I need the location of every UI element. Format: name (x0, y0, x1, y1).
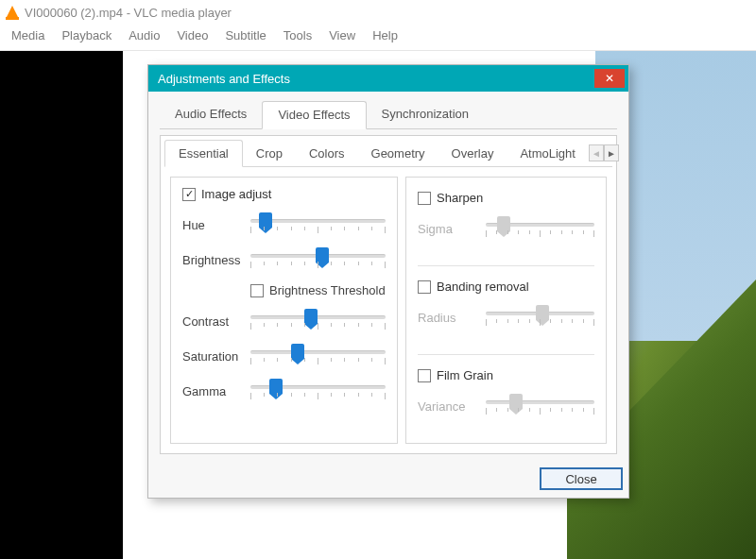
tab-synchronization[interactable]: Synchronization (367, 101, 485, 128)
contrast-label: Contrast (182, 314, 241, 329)
right-effects-panel: Sharpen Sigma (405, 177, 607, 444)
banding-block: Banding removal Radius (418, 276, 594, 355)
image-adjust-panel: Image adjust Hue Brightness (170, 177, 398, 444)
subtab-scroll-left-button[interactable]: ◄ (589, 144, 604, 161)
video-black-bar (0, 51, 123, 559)
radius-slider-row: Radius (418, 306, 594, 329)
banding-checkbox[interactable] (418, 280, 431, 294)
filmgrain-checkbox[interactable] (418, 369, 431, 382)
dialog-titlebar[interactable]: Adjustments and Effects ✕ (148, 65, 628, 92)
variance-label: Variance (418, 399, 476, 414)
image-adjust-label: Image adjust (201, 187, 271, 201)
saturation-slider[interactable] (250, 345, 386, 367)
brightness-threshold-label: Brightness Threshold (269, 283, 386, 297)
dialog-footer: Close (148, 462, 628, 498)
banding-checkbox-row: Banding removal (418, 280, 594, 294)
subtab-overlay[interactable]: Overlay (438, 141, 507, 166)
hue-slider[interactable] (250, 213, 386, 236)
brightness-slider-row: Brightness (182, 248, 386, 271)
video-area: Adjustments and Effects ✕ Audio Effects … (0, 51, 756, 559)
menu-video[interactable]: Video (177, 28, 208, 42)
contrast-slider[interactable] (250, 310, 386, 332)
menu-bar: Media Playback Audio Video Subtitle Tool… (0, 25, 756, 51)
sigma-slider[interactable] (486, 217, 594, 240)
sharpen-checkbox-row: Sharpen (418, 191, 594, 205)
menu-playback[interactable]: Playback (61, 28, 112, 42)
image-adjust-checkbox-row: Image adjust (182, 187, 386, 201)
sharpen-label: Sharpen (437, 191, 483, 205)
brightness-threshold-checkbox[interactable] (250, 284, 264, 297)
tab-audio-effects[interactable]: Audio Effects (160, 101, 262, 128)
banding-label: Banding removal (437, 280, 529, 294)
tab-video-effects[interactable]: Video Effects (262, 101, 366, 129)
brightness-label: Brightness (182, 253, 241, 267)
sigma-label: Sigma (418, 222, 476, 236)
variance-slider[interactable] (486, 395, 594, 417)
menu-view[interactable]: View (329, 28, 355, 42)
gamma-slider-row: Gamma (182, 380, 386, 402)
radius-label: Radius (418, 311, 476, 325)
menu-tools[interactable]: Tools (284, 28, 312, 42)
saturation-label: Saturation (182, 349, 241, 364)
gamma-label: Gamma (182, 384, 241, 398)
app-titlebar: VI000060 (2).mp4 - VLC media player (0, 0, 756, 25)
subtab-essential[interactable]: Essential (164, 140, 243, 167)
saturation-slider-row: Saturation (182, 345, 386, 367)
dialog-close-button[interactable]: ✕ (594, 69, 625, 88)
sharpen-checkbox[interactable] (418, 192, 431, 205)
adjustments-dialog: Adjustments and Effects ✕ Audio Effects … (147, 64, 629, 499)
hue-slider-row: Hue (182, 213, 386, 236)
subtab-colors[interactable]: Colors (296, 141, 358, 166)
brightness-threshold-row: Brightness Threshold (250, 283, 386, 297)
app-title: VI000060 (2).mp4 - VLC media player (25, 6, 232, 20)
sub-tabs: Essential Crop Colors Geometry Overlay A… (164, 140, 612, 167)
subtab-scroll-right-button[interactable]: ► (604, 144, 619, 161)
close-icon: ✕ (605, 72, 614, 85)
subtab-crop[interactable]: Crop (243, 141, 296, 166)
menu-audio[interactable]: Audio (129, 28, 160, 42)
gamma-slider[interactable] (250, 380, 386, 402)
filmgrain-checkbox-row: Film Grain (418, 368, 594, 382)
subtab-atmolight[interactable]: AtmoLight (507, 141, 589, 166)
menu-media[interactable]: Media (11, 28, 44, 42)
brightness-slider[interactable] (250, 248, 386, 271)
radius-slider[interactable] (486, 306, 594, 329)
contrast-slider-row: Contrast (182, 310, 386, 332)
hue-label: Hue (182, 218, 241, 232)
filmgrain-label: Film Grain (437, 368, 493, 382)
sigma-slider-row: Sigma (418, 217, 594, 240)
variance-slider-row: Variance (418, 395, 594, 417)
filmgrain-block: Film Grain Variance (418, 364, 594, 433)
subtab-geometry[interactable]: Geometry (358, 141, 438, 166)
menu-help[interactable]: Help (372, 28, 398, 42)
main-tabs: Audio Effects Video Effects Synchronizat… (160, 101, 617, 129)
sharpen-block: Sharpen Sigma (418, 187, 594, 266)
image-adjust-checkbox[interactable] (182, 188, 196, 201)
vlc-cone-icon (6, 6, 19, 19)
dialog-title: Adjustments and Effects (158, 72, 290, 86)
menu-subtitle[interactable]: Subtitle (225, 28, 266, 42)
close-button[interactable]: Close (540, 467, 623, 490)
